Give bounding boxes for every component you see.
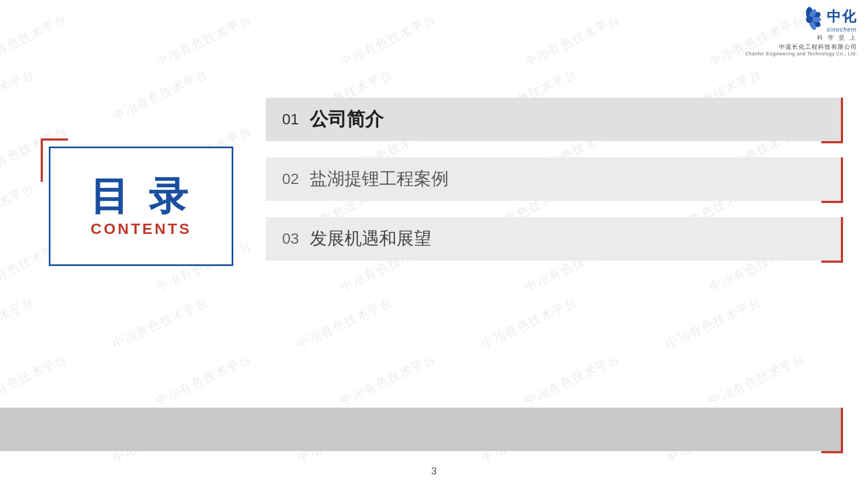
bottom-bar: [0, 408, 841, 451]
main-content: 中化 sinochem 科 学 坚 上 中蓝长化工程科技有限公司 Chanfor…: [0, 0, 868, 488]
logo-company-en: Chanfor Engineering and Technology Co., …: [745, 51, 857, 56]
menu-item-3[interactable]: 03 发展机遇和展望: [266, 217, 841, 261]
contents-en-label: CONTENTS: [91, 220, 192, 238]
menu-item-2-text: 盐湖提锂工程案例: [310, 167, 449, 191]
contents-zh-label: 目 录: [90, 175, 192, 218]
sinochem-logo-icon: [796, 7, 822, 33]
logo-sinochem-text: 中化 sinochem: [827, 7, 857, 33]
menu-items-container: 01 公司简介 02 盐湖提锂工程案例 03 发展机遇和展望: [266, 98, 841, 261]
menu-item-2-number: 02: [282, 170, 299, 188]
logo-en-name: sinochem: [827, 26, 857, 33]
logo-top: 中化 sinochem: [796, 7, 857, 33]
menu-item-3-text: 发展机遇和展望: [310, 227, 431, 251]
logo-company-zh: 中蓝长化工程科技有限公司: [779, 43, 857, 51]
menu-item-1-number: 01: [282, 111, 299, 128]
svg-point-6: [806, 16, 813, 23]
menu-item-1-text: 公司简介: [310, 107, 384, 132]
logo-slogan: 科 学 坚 上: [817, 34, 857, 42]
contents-box: 目 录 CONTENTS: [49, 147, 233, 266]
logo-area: 中化 sinochem 科 学 坚 上 中蓝长化工程科技有限公司 Chanfor…: [745, 7, 857, 56]
menu-item-3-number: 03: [282, 230, 299, 248]
logo-zh-name: 中化: [827, 7, 857, 26]
page-number: 3: [431, 466, 437, 477]
menu-item-2[interactable]: 02 盐湖提锂工程案例: [266, 157, 841, 201]
menu-item-1[interactable]: 01 公司简介: [266, 98, 841, 141]
